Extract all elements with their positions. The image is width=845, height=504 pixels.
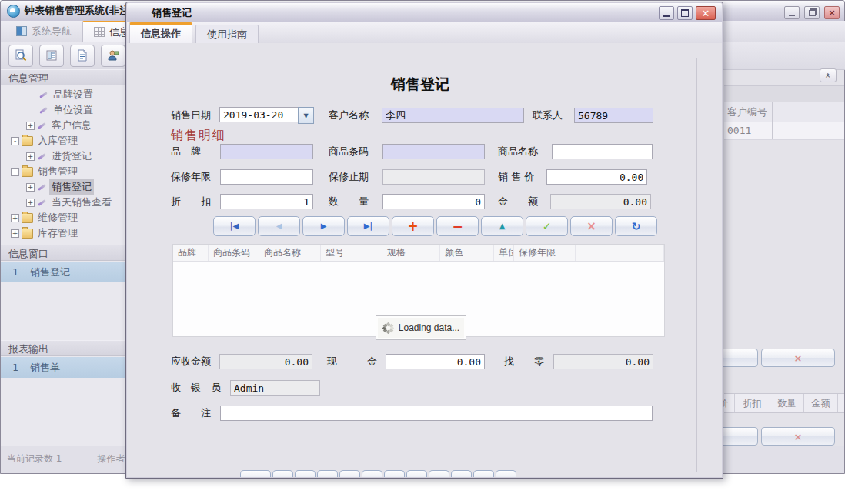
grid-column-header[interactable]: 品牌 [173,245,209,261]
tree-item-label: 维修管理 [35,210,80,225]
brand-input[interactable] [220,144,313,159]
warranty-years-input[interactable] [220,169,313,185]
remove[interactable]: − [436,216,479,236]
main-tab[interactable]: 系统导航 [5,21,82,42]
tree-item[interactable]: 品牌设置 [1,87,126,102]
move-up[interactable]: ▲ [481,216,523,236]
tree-item[interactable]: + 库存管理 [1,225,126,241]
customer-number-column[interactable]: 客户编号 [724,106,767,118]
tree-item[interactable]: + 当天销售查看 [1,195,126,210]
refresh[interactable]: ↻ [615,216,657,236]
grid-column-header[interactable] [576,245,664,261]
tree-expander[interactable]: - [11,168,19,176]
user-button[interactable] [101,45,125,67]
document-button[interactable] [70,45,95,67]
clipped-button[interactable] [295,470,316,477]
info-window-item[interactable]: 1 销售登记 [1,262,126,282]
tree-expander[interactable]: - [11,137,19,145]
clipped-button[interactable] [317,470,338,477]
cashier-input[interactable] [230,380,320,396]
clipped-button[interactable] [272,470,293,477]
grid-column-header[interactable]: 商品条码 [209,245,259,261]
receivable-input[interactable] [219,354,312,369]
add[interactable]: + [392,216,434,236]
warranty-end-input[interactable] [382,169,485,185]
tree-expander[interactable]: + [26,152,35,161]
cash-input[interactable] [386,354,485,369]
change-input[interactable] [553,354,653,369]
tree-expander[interactable]: + [11,229,19,238]
confirm[interactable]: ✓ [526,216,568,236]
dropdown-arrow-icon[interactable]: ▼ [298,107,314,124]
tree-item-label: 单位设置 [51,102,95,118]
tree-item[interactable]: - 入库管理 [1,133,126,149]
sale-date-value[interactable] [219,107,298,122]
sale-price-input[interactable] [546,169,647,185]
sale-date-select[interactable]: ▼ [219,107,314,124]
next[interactable]: ▶ [302,216,345,236]
tree-item[interactable]: 单位设置 [1,102,126,118]
main-close-button[interactable]: × [824,6,840,19]
tree-expander[interactable]: + [26,183,35,192]
clipped-button[interactable] [406,470,427,477]
tree-expander[interactable]: + [11,214,19,222]
first[interactable]: |◀ [213,216,256,236]
record-navigator: |◀ ◀ ▶ ▶| + − ▲ ✓ × ↻ [213,216,657,236]
tree-expander[interactable]: + [26,199,35,207]
clipped-button[interactable] [473,470,494,477]
tree-expander[interactable]: + [26,122,35,130]
dialog-tab[interactable]: 使用指南 [195,25,259,43]
dialog-maximize-button[interactable] [677,6,693,20]
grid-column-header[interactable]: 商品名称 [259,245,321,261]
dialog-tab[interactable]: 信息操作 [129,22,192,43]
clipped-button[interactable] [496,470,516,477]
customer-row[interactable]: 0011 [724,122,844,140]
report-item[interactable]: 1 销售单 [1,357,126,378]
clipped-button[interactable] [451,470,472,477]
barcode-input[interactable] [382,144,485,159]
sales-detail-section-label: 销售明细 [171,128,226,144]
tree-item[interactable]: + 维修管理 [1,210,126,225]
form-button[interactable] [39,45,64,67]
prev[interactable]: ◀ [258,216,300,236]
tree-item[interactable]: + 销售登记 [1,179,126,195]
clipped-button[interactable] [362,470,382,477]
grid-column-header[interactable]: 型号 [321,245,382,261]
detail-column-header[interactable]: 折扣 [735,394,770,412]
clipped-button[interactable] [429,470,449,477]
right-cancel-button-2[interactable]: × [761,427,835,446]
search-button[interactable] [8,45,33,67]
tree-indent [1,187,24,188]
grid-column-header[interactable]: 规格 [382,245,440,261]
main-restore-button[interactable] [804,6,820,19]
detail-column-header[interactable]: 金额 [804,394,838,412]
discount-input[interactable] [220,194,313,209]
cancel[interactable]: × [570,216,613,236]
tree-item[interactable]: + 进货登记 [1,149,126,164]
clipped-button[interactable] [240,470,271,477]
tree-item[interactable]: - 销售管理 [1,164,126,179]
collapse-panel-button[interactable]: « [820,68,837,82]
clipped-button[interactable] [384,470,405,477]
quantity-input[interactable] [382,194,485,209]
last[interactable]: ▶| [347,216,389,236]
dialog-minimize-button[interactable] [659,6,674,20]
product-name-input[interactable] [552,144,653,159]
right-cancel-button[interactable]: × [761,349,835,367]
tree-indent [1,110,36,111]
contact-input[interactable] [574,108,653,123]
main-minimize-button[interactable] [784,6,800,19]
customer-name-input[interactable] [382,108,524,123]
amount-input[interactable] [550,194,651,209]
warranty-end-label: 保修止期 [329,170,369,184]
detail-column-header[interactable]: 数量 [770,394,804,412]
tree-item[interactable]: + 客户信息 [1,118,126,133]
clipped-button[interactable] [339,470,360,477]
column-divider [772,102,773,139]
dialog-close-button[interactable]: ✕ [696,6,716,20]
remark-input[interactable] [220,406,653,421]
grid-column-header[interactable]: 颜色 [440,245,494,261]
grid-column-header[interactable]: 保修年限 [514,245,576,261]
grid-header-row: 品牌商品条码商品名称型号规格颜色单位保修年限 [173,245,664,262]
grid-column-header[interactable]: 单位 [494,245,514,261]
